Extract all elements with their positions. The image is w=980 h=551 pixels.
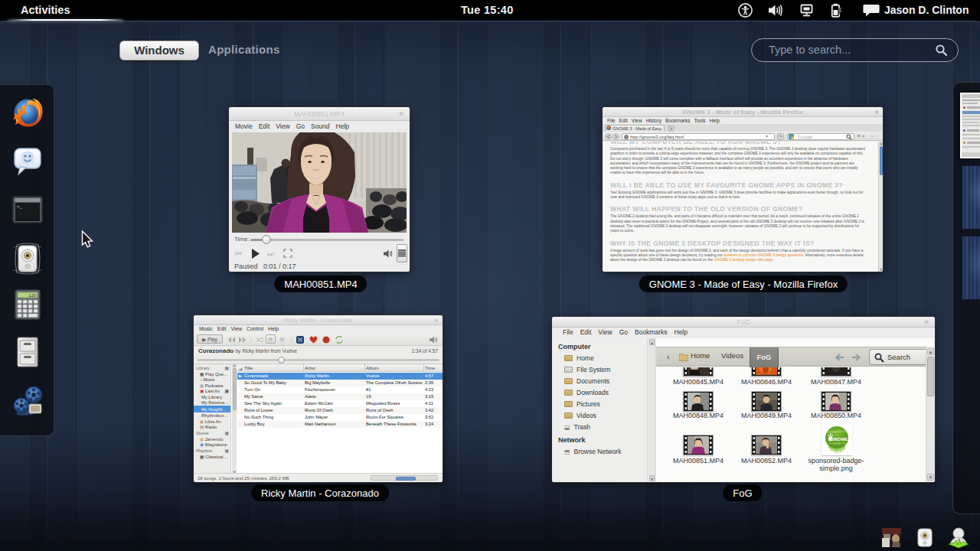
svg-text:>_: >_ [17,204,23,210]
svg-text:120: 120 [28,293,36,298]
svg-text:GNOME: GNOME [830,436,848,442]
svg-text:FOUNDATION: FOUNDATION [829,442,847,445]
